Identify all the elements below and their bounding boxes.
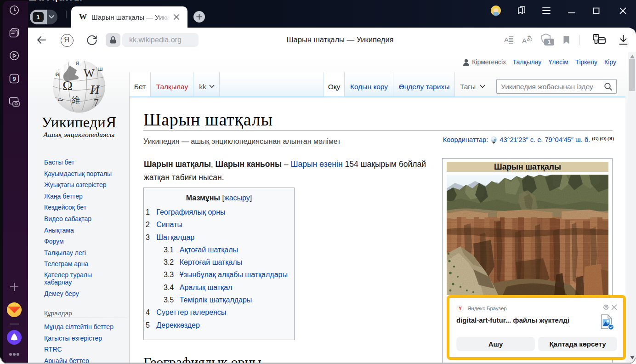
svg-text:Ω: Ω bbox=[62, 78, 73, 93]
svg-text:ت: ت bbox=[57, 96, 63, 102]
svg-text:W: W bbox=[84, 67, 95, 80]
svg-text:A: A bbox=[522, 37, 527, 45]
svg-text:И: И bbox=[90, 82, 100, 97]
svg-text:ค: ค bbox=[55, 71, 59, 78]
svg-text:あ: あ bbox=[527, 34, 533, 41]
svg-text:維: 維 bbox=[71, 95, 80, 105]
svg-text:A: A bbox=[504, 36, 509, 44]
svg-text:7: 7 bbox=[94, 97, 99, 108]
svg-text:Я: Я bbox=[75, 60, 79, 67]
svg-text:ա: ա bbox=[97, 66, 103, 72]
svg-text:9: 9 bbox=[12, 75, 16, 82]
